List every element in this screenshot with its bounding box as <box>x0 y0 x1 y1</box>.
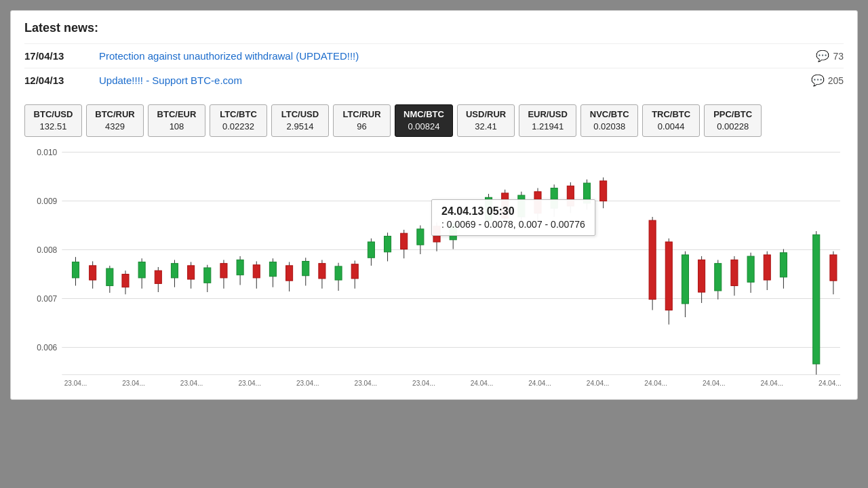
ticker-button-nvc-btc[interactable]: NVC/BTC0.02038 <box>580 104 638 137</box>
svg-rect-48 <box>368 242 374 258</box>
svg-text:24.04...: 24.04... <box>587 380 610 387</box>
ticker-button-eur-usd[interactable]: EUR/USD1.21941 <box>519 104 576 137</box>
ticker-name: BTC/RUR <box>95 108 135 121</box>
news-comments: 💬 205 <box>803 74 844 87</box>
svg-rect-18 <box>122 274 129 287</box>
svg-rect-24 <box>171 264 178 278</box>
svg-rect-96 <box>830 255 837 281</box>
svg-rect-88 <box>747 256 754 282</box>
ticker-button-trc-btc[interactable]: TRC/BTC0.0044 <box>642 104 700 137</box>
ticker-value: 1.21941 <box>528 121 568 133</box>
news-list: 17/04/13 Protection against unauthorized… <box>24 43 844 92</box>
news-title: Latest news: <box>24 21 844 35</box>
ticker-value: 0.00228 <box>713 121 753 133</box>
svg-rect-66 <box>534 192 541 214</box>
svg-rect-86 <box>731 260 738 286</box>
svg-rect-84 <box>715 264 722 291</box>
ticker-button-ltc-usd[interactable]: LTC/USD2.9514 <box>271 104 329 137</box>
ticker-button-ltc-btc[interactable]: LTC/BTC0.02232 <box>210 104 267 137</box>
ticker-value: 0.0044 <box>651 121 691 133</box>
svg-text:0.009: 0.009 <box>37 197 57 206</box>
svg-rect-92 <box>780 253 787 277</box>
comment-icon: 💬 <box>811 74 825 87</box>
svg-text:23.04...: 23.04... <box>355 380 378 387</box>
ticker-button-btc-rur[interactable]: BTC/RUR4329 <box>86 104 144 137</box>
ticker-value: 0.02232 <box>218 121 258 133</box>
news-item: 17/04/13 Protection against unauthorized… <box>24 43 844 68</box>
ticker-name: PPC/BTC <box>713 108 753 121</box>
ticker-name: LTC/BTC <box>218 108 258 121</box>
svg-text:0.008: 0.008 <box>37 245 57 255</box>
svg-text:24.04...: 24.04... <box>471 380 494 387</box>
news-item: 12/04/13 Update!!!! - Support BTC-e.com … <box>24 68 844 92</box>
svg-rect-94 <box>813 235 820 365</box>
svg-rect-52 <box>401 234 408 249</box>
ticker-name: TRC/BTC <box>651 108 691 121</box>
svg-rect-34 <box>253 265 260 278</box>
svg-rect-50 <box>384 237 391 252</box>
svg-text:23.04...: 23.04... <box>238 380 261 387</box>
news-date: 17/04/13 <box>24 50 99 62</box>
ticker-button-nmc-btc[interactable]: NMC/BTC0.00824 <box>395 104 453 137</box>
svg-rect-40 <box>302 262 309 276</box>
ticker-value: 108 <box>157 121 197 133</box>
svg-rect-32 <box>237 260 243 275</box>
ticker-value: 96 <box>342 121 382 133</box>
svg-text:0.007: 0.007 <box>37 294 57 304</box>
ticker-button-btc-eur[interactable]: BTC/EUR108 <box>148 104 205 137</box>
ticker-name: EUR/USD <box>528 108 568 121</box>
svg-rect-14 <box>90 266 96 280</box>
ticker-button-usd-rur[interactable]: USD/RUR32.41 <box>457 104 515 137</box>
comment-icon: 💬 <box>816 49 829 62</box>
svg-rect-44 <box>335 266 342 280</box>
svg-rect-46 <box>351 264 358 279</box>
svg-text:23.04...: 23.04... <box>296 380 319 387</box>
svg-rect-68 <box>551 188 557 209</box>
svg-text:0.010: 0.010 <box>37 148 57 157</box>
svg-rect-58 <box>450 224 456 240</box>
ticker-value: 2.9514 <box>280 121 320 133</box>
ticker-name: USD/RUR <box>466 108 506 121</box>
svg-text:23.04...: 23.04... <box>180 380 203 387</box>
svg-text:24.04...: 24.04... <box>818 380 842 387</box>
svg-rect-38 <box>286 266 293 281</box>
svg-rect-22 <box>155 271 161 284</box>
svg-rect-64 <box>518 195 525 217</box>
ticker-name: LTC/USD <box>280 108 320 121</box>
svg-rect-54 <box>417 229 424 245</box>
ticker-name: LTC/RUR <box>342 108 382 121</box>
svg-rect-80 <box>682 255 688 304</box>
svg-rect-42 <box>319 264 326 279</box>
news-link[interactable]: Protection against unauthorized withdraw… <box>99 50 803 62</box>
svg-text:23.04...: 23.04... <box>64 380 87 387</box>
ticker-name: BTC/USD <box>33 108 73 121</box>
candlestick-chart: 0.010 0.009 0.008 0.007 0.006 <box>24 145 844 389</box>
chart-area[interactable]: 0.010 0.009 0.008 0.007 0.006 <box>24 145 844 389</box>
svg-rect-78 <box>665 242 672 310</box>
svg-text:23.04...: 23.04... <box>122 380 145 387</box>
svg-rect-76 <box>649 221 656 300</box>
svg-rect-36 <box>269 262 276 277</box>
svg-rect-12 <box>72 262 79 278</box>
svg-text:0.006: 0.006 <box>37 343 57 352</box>
news-comments: 💬 73 <box>803 49 844 62</box>
svg-text:24.04...: 24.04... <box>528 380 551 387</box>
svg-text:24.04...: 24.04... <box>703 380 726 387</box>
svg-rect-56 <box>433 226 440 242</box>
svg-rect-82 <box>698 260 705 293</box>
news-link[interactable]: Update!!!! - Support BTC-e.com <box>99 75 803 86</box>
ticker-name: NMC/BTC <box>403 108 444 121</box>
svg-text:23.04...: 23.04... <box>412 380 435 387</box>
background: Latest news: 17/04/13 Protection against… <box>0 0 868 488</box>
ticker-button-ppc-btc[interactable]: PPC/BTC0.00228 <box>704 104 762 137</box>
ticker-value: 32.41 <box>466 121 506 133</box>
ticker-button-btc-usd[interactable]: BTC/USD132.51 <box>24 104 82 137</box>
svg-rect-28 <box>204 268 211 283</box>
svg-rect-62 <box>502 193 509 218</box>
news-date: 12/04/13 <box>24 75 99 86</box>
ticker-name: NVC/BTC <box>589 108 629 121</box>
svg-rect-60 <box>486 198 492 221</box>
ticker-value: 0.00824 <box>403 121 444 133</box>
ticker-button-ltc-rur[interactable]: LTC/RUR96 <box>333 104 391 137</box>
ticker-value: 4329 <box>95 121 135 133</box>
